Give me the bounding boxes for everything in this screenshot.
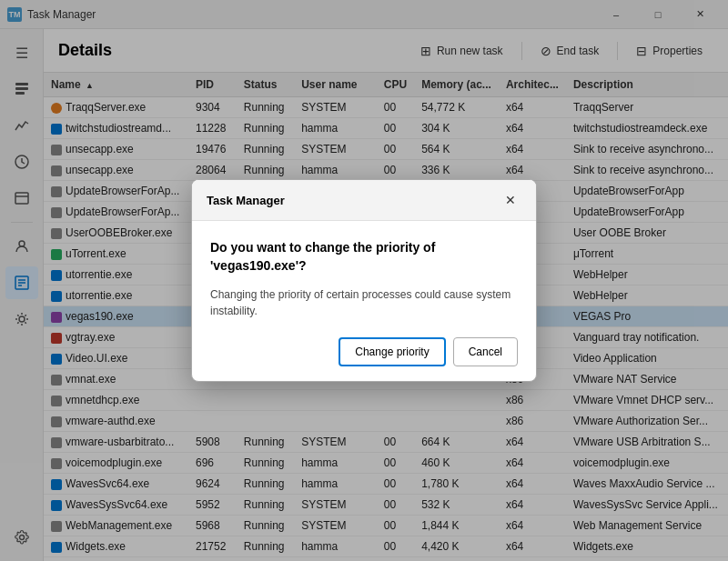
dialog-close-button[interactable]: ✕	[500, 189, 521, 211]
dialog-heading: Do you want to change the priority of've…	[210, 239, 518, 275]
change-priority-dialog: Task Manager ✕ Do you want to change the…	[191, 179, 537, 381]
change-priority-button[interactable]: Change priority	[339, 337, 445, 366]
dialog-overlay: Task Manager ✕ Do you want to change the…	[0, 0, 728, 561]
dialog-titlebar: Task Manager ✕	[192, 180, 536, 221]
dialog-body: Do you want to change the priority of've…	[192, 221, 536, 380]
dialog-title: Task Manager	[207, 194, 285, 207]
dialog-buttons: Change priority Cancel	[210, 337, 518, 366]
cancel-button[interactable]: Cancel	[453, 337, 518, 366]
dialog-body-text: Changing the priority of certain process…	[210, 286, 518, 319]
